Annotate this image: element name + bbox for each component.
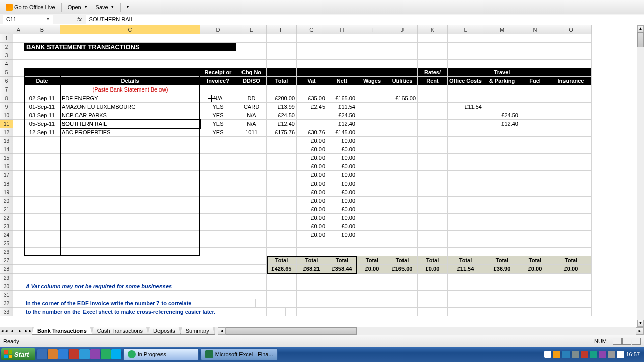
total-label[interactable]: Total	[550, 256, 592, 265]
cell-vat-empty[interactable]: £0.00	[297, 231, 327, 239]
cell-date[interactable]: 02-Sep-11	[24, 94, 60, 103]
total-label[interactable]: Total	[357, 256, 387, 265]
total-label[interactable]: Total	[484, 256, 520, 265]
ql-icon[interactable]	[69, 349, 79, 359]
cell-total[interactable]: £12.40	[267, 120, 297, 128]
note-edf2[interactable]: to the number on the Excel sheet to make…	[24, 308, 286, 316]
row-header-27[interactable]: 27	[0, 256, 13, 265]
select-all-corner[interactable]	[0, 25, 13, 34]
hdr-travel1[interactable]: Travel	[484, 68, 520, 77]
row-header-22[interactable]: 22	[0, 214, 13, 222]
cell-receipt[interactable]: YES	[200, 111, 236, 120]
hdr-fuel[interactable]: Fuel	[520, 77, 550, 85]
hdr-chq2[interactable]: DD/SO	[236, 77, 267, 85]
open-button[interactable]: Open ▼	[64, 3, 91, 12]
cell-nett-empty[interactable]: £0.00	[327, 214, 357, 222]
row-header-13[interactable]: 13	[0, 137, 13, 145]
hdr-vat[interactable]: Vat	[297, 77, 327, 85]
page-layout-view-button[interactable]	[622, 338, 631, 345]
row-header-18[interactable]: 18	[0, 179, 13, 188]
cell-total[interactable]: £175.76	[267, 128, 297, 137]
tray-icon[interactable]	[581, 351, 588, 358]
cell-receipt[interactable]: N/A	[200, 94, 236, 103]
cell-vat-empty[interactable]: £0.00	[297, 154, 327, 162]
col-header-H[interactable]: H	[327, 25, 357, 34]
cell-nett-empty[interactable]: £0.00	[327, 154, 357, 162]
cell-nett-empty[interactable]: £0.00	[327, 162, 357, 171]
tab-prev-button[interactable]: ◄	[8, 327, 16, 335]
show-desktop-icon[interactable]	[37, 349, 47, 359]
tab-first-button[interactable]: ◄◄	[0, 327, 8, 335]
tab-deposits[interactable]: Deposits	[148, 327, 181, 335]
total-label[interactable]: Total	[267, 256, 297, 265]
ql-icon[interactable]	[90, 349, 100, 359]
row-header-21[interactable]: 21	[0, 205, 13, 214]
total-label[interactable]: Total	[418, 256, 448, 265]
hdr-nett[interactable]: Nett	[327, 77, 357, 85]
scroll-thumb[interactable]	[637, 32, 644, 47]
row-header-9[interactable]: 9	[0, 103, 13, 111]
col-header-A[interactable]: A	[13, 25, 24, 34]
cell-nett-empty[interactable]: £0.00	[327, 171, 357, 179]
cell-vat[interactable]	[297, 120, 327, 128]
cell-receipt[interactable]: YES	[200, 120, 236, 128]
row-header-4[interactable]: 4	[0, 60, 13, 68]
formula-input[interactable]: SOUTHERN RAIL	[86, 15, 644, 24]
row-header-26[interactable]: 26	[0, 248, 13, 256]
total-value[interactable]: £0.00	[550, 265, 592, 274]
col-header-K[interactable]: K	[418, 25, 448, 34]
cell-vat[interactable]: £30.76	[297, 128, 327, 137]
cell-nett[interactable]: £145.00	[327, 128, 357, 137]
sheet-title[interactable]: BANK STATEMENT TRANSACTIONS	[24, 43, 236, 51]
total-label[interactable]: Total	[297, 256, 327, 265]
row-header-17[interactable]: 17	[0, 171, 13, 179]
row-header-15[interactable]: 15	[0, 154, 13, 162]
total-value[interactable]: £0.00	[520, 265, 550, 274]
tab-summary[interactable]: Summary	[180, 327, 215, 335]
total-value[interactable]: £358.44	[327, 265, 357, 274]
cell-chq[interactable]: 1011	[236, 128, 267, 137]
hdr-insurance[interactable]: Insurance	[550, 77, 592, 85]
col-header-M[interactable]: M	[484, 25, 520, 34]
scroll-left-button[interactable]: ◄	[218, 327, 226, 335]
row-header-7[interactable]: 7	[0, 85, 13, 94]
cell-chq[interactable]: N/A	[236, 120, 267, 128]
row-header-14[interactable]: 14	[0, 145, 13, 154]
tray-icon[interactable]	[553, 351, 560, 358]
scroll-track[interactable]	[226, 327, 636, 335]
paste-hint[interactable]: (Paste Bank Statement Below)	[60, 85, 200, 94]
cell-details[interactable]: EDF ENERGY	[60, 94, 200, 103]
cell-date[interactable]: 03-Sep-11	[24, 111, 60, 120]
col-header-J[interactable]: J	[387, 25, 418, 34]
cell-receipt[interactable]: YES	[200, 128, 236, 137]
cell-nett[interactable]: £24.50	[327, 111, 357, 120]
row-header-20[interactable]: 20	[0, 197, 13, 205]
row-header-5[interactable]: 5	[0, 68, 13, 77]
selected-cell[interactable]: SOUTHERN RAIL	[60, 120, 200, 128]
hdr-details[interactable]: Details	[60, 77, 200, 85]
cell-total[interactable]: £200.00	[267, 94, 297, 103]
row-header-33[interactable]: 33	[0, 308, 13, 316]
row-header-24[interactable]: 24	[0, 231, 13, 239]
note-edf1[interactable]: In the corner of the EDF invoice write t…	[24, 299, 256, 308]
name-box[interactable]: C11 ▼	[3, 15, 53, 24]
cell-chq[interactable]: CARD	[236, 103, 267, 111]
cells-area[interactable]: BANK STATEMENT TRANSACTIONSDateDetailsRe…	[13, 34, 637, 327]
normal-view-button[interactable]	[613, 338, 622, 345]
total-label[interactable]: Total	[448, 256, 484, 265]
cell-nett-empty[interactable]: £0.00	[327, 205, 357, 214]
row-header-28[interactable]: 28	[0, 265, 13, 274]
hdr-total[interactable]: Total	[267, 77, 297, 85]
cell-vat-empty[interactable]: £0.00	[297, 214, 327, 222]
tray-icon[interactable]	[599, 351, 606, 358]
row-header-19[interactable]: 19	[0, 188, 13, 197]
ql-icon[interactable]	[48, 349, 58, 359]
total-label[interactable]: Total	[387, 256, 418, 265]
cell-details[interactable]: ABC PROPERTIES	[60, 128, 200, 137]
row-header-30[interactable]: 30	[0, 282, 13, 291]
skype-icon[interactable]	[111, 349, 121, 359]
col-header-F[interactable]: F	[267, 25, 297, 34]
row-header-23[interactable]: 23	[0, 222, 13, 231]
save-button[interactable]: Save ▼	[92, 3, 118, 12]
hdr-office[interactable]: Office Costs	[448, 77, 484, 85]
